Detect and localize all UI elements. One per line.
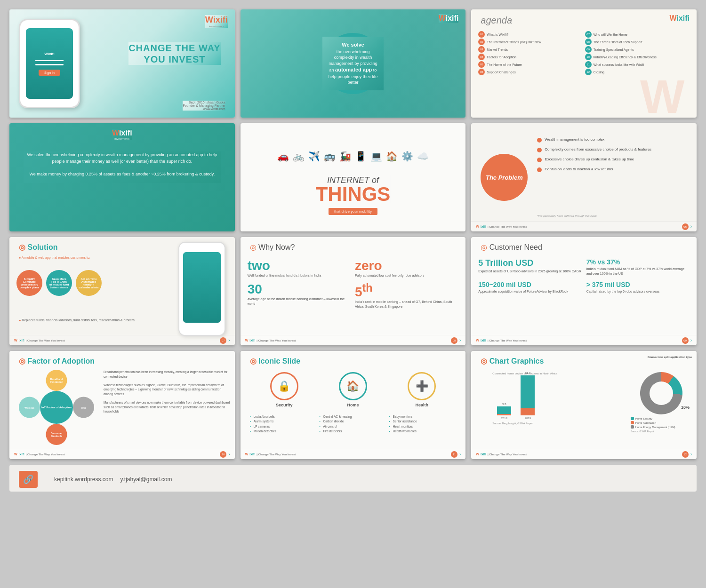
slide-4-text: We solve the overwhelming complexity in … [24, 151, 221, 183]
footer-email: y.tjahyal@gmail.com [120, 476, 172, 483]
slide-9-title: ◎ Customer Need [481, 243, 542, 252]
slide-12-bar-2013: 5.5 2013 [497, 403, 511, 420]
slide-3: Wixifi agenda 01What is Wixifi? 02The In… [471, 9, 697, 118]
slide-12-bar-teal-2 [521, 375, 535, 408]
slide-4-text2: We make money by charging 0.25% of asset… [24, 171, 221, 177]
slide-6-footnote: *We personally have suffered through thi… [537, 215, 597, 217]
slide-10: ◎ Factor of Adoption Broadband Penetrati… [9, 351, 235, 459]
slide-1-brand: Wixifi investments [205, 15, 228, 28]
slide-8-stat-1: two Well funded online mutual fund distr… [248, 258, 351, 278]
slide-11-home-label: Home [339, 403, 367, 407]
slide-1-input2 [35, 64, 64, 65]
slide-10-sat-1: Broadband Penetration [46, 370, 67, 391]
slide-12-bar-teal-1 [497, 406, 511, 414]
slide-12-legend-3: Home Energy Management (HEM) [631, 425, 692, 429]
iot-icon-train: 🚂 [339, 151, 351, 162]
slide-9-stat-3: 150~200 mil USD Approximate acquisition … [478, 281, 581, 294]
slide-1-date: Sept. 2015 Ishaan Gupta Founder & Managi… [183, 101, 225, 111]
slide-9-page-num: 09 › [682, 337, 692, 344]
slide-10-footer-brand: Wixifi | Change The Way You Invest [14, 453, 65, 456]
iot-icon-cloud: ☁️ [417, 151, 429, 162]
slide-9-stat-1: 5 Trillion USD Expected assets of US Rob… [478, 258, 581, 276]
slide-12-bar-2019: 31.7 2019 [521, 372, 535, 420]
slide-1-btn: Sign In [39, 70, 60, 76]
iot-icon-bus: 🚌 [324, 151, 336, 162]
agenda-item-7: 07Who will Win the Home [585, 31, 690, 38]
slide-11-security-icon: 🔒 [270, 372, 298, 400]
slide-3-brand: Wixifi [669, 14, 690, 23]
iot-icon-bike: 🚲 [293, 151, 305, 162]
slide-6-footer-brand: Wixifi | Change The Way You Invest [476, 225, 527, 228]
slide-12-bar-orange-2 [521, 408, 535, 415]
slide-11-footer-brand: Wixifi | Change The Way You Invest [245, 453, 296, 456]
slide-1-headline-2: YOU INVEST [128, 54, 221, 65]
slide-11-health-label: Health [408, 403, 436, 407]
slide-7-circle-2: Keep MoreFee is 1/6thof mutual fundbette… [46, 270, 72, 296]
slide-1: Wixifi investments Wixifi Sign In CHANGE… [9, 9, 235, 118]
agenda-item-11: 11What success looks like with Wixifi [585, 61, 690, 68]
slide-10-footer: Wixifi | Change The Way You Invest 10 › [9, 449, 235, 459]
slide-6-points: Wealth management is too complex Complex… [537, 137, 692, 177]
slide-7-footer: Wixifi | Change The Way You Invest 07 › [9, 335, 235, 345]
slide-6-point-1: Wealth management is too complex [537, 137, 692, 143]
slide-10-sat-2: Consumer Standards [46, 424, 67, 445]
slide-11-icons: 🔒 Security 🏠 Home ➕ Health [250, 372, 457, 407]
slide-5-things: THINGS [316, 185, 391, 203]
iot-icon-plane: ✈️ [308, 151, 320, 162]
slide-12-source: Source: Berg Insight, GSMA Report [492, 422, 572, 425]
slide-9-footer: Wixifi | Change The Way You Invest 09 › [471, 335, 697, 345]
slides-grid-4: ◎ Factor of Adoption Broadband Penetrati… [9, 351, 697, 459]
slide-7-circle-3: Act on TimeAutomatedtimely +calendar ale… [76, 270, 102, 296]
slide-10-text: Broadband penetration has been increasin… [104, 370, 230, 414]
slide-11-home-icon: 🏠 [339, 372, 367, 400]
slide-10-sat-4: Mfg [73, 397, 94, 418]
slide-2-brand: Wixifi [439, 14, 459, 23]
slide-6-page-num: 06 › [682, 223, 692, 230]
slide-10-diagram: Broadband Penetration Consumer Standards… [19, 370, 94, 445]
slide-7-page-num: 07 › [220, 337, 230, 344]
slide-12-pct-label: 10% [681, 405, 690, 410]
slide-7-bullet: ● A mobile & web app that enables custom… [19, 256, 90, 259]
slide-12-donut-wrap [640, 372, 682, 414]
slide-12-footer: Wixifi | Change The Way You Invest 12 › [471, 449, 697, 459]
slide-7-phone [178, 242, 225, 336]
slide-5: Wixifi 🚗 🚲 ✈️ 🚌 🚂 📱 💻 🏠 ⚙️ ☁️ INTERNET o… [241, 123, 466, 231]
slide-12: ◎ Chart Graphics Connection split applic… [471, 351, 697, 459]
slide-1-phone: Wixifi Sign In [19, 19, 80, 108]
slide-10-page-num: 10 › [220, 451, 230, 458]
slide-12-title: ◎ Chart Graphics [481, 357, 544, 366]
slide-8-stat-2: zero Fully automated low cost fee only r… [355, 258, 458, 278]
slide-7: ◎ Solution ● A mobile & web app that ena… [9, 237, 235, 345]
slide-8-footer-brand: Wixifi | Change The Way You Invest [245, 339, 296, 342]
agenda-right: 07Who will Win the Home 08The Three Pill… [585, 31, 690, 76]
slide-9-stat-2: 7% vs 37% India's mutual fund AUM as % o… [586, 258, 690, 276]
slide-12-donut-hole [650, 381, 673, 405]
slide-11-list-3: Baby monitors Senior assistance Heart mo… [389, 414, 456, 434]
agenda-item-8: 08The Three Pillars of Tech Support [585, 38, 690, 46]
svg-text:W: W [640, 71, 685, 118]
footer-website: kepitink.wordpress.com [54, 476, 113, 483]
slide-12-donut: 10% Home Security Home Automation Home E… [631, 372, 692, 433]
slide-11-home: 🏠 Home [339, 372, 367, 407]
slide-1-headline-1: CHANGE THE WAY [128, 42, 221, 54]
iot-icon-home: 🏠 [386, 151, 398, 162]
slide-10-title: ◎ Factor of Adoption [19, 357, 95, 366]
slide-4-brand: Wixifi investments [112, 129, 132, 140]
wshape-watermark: W [640, 71, 697, 118]
slide-4-text1: We solve the overwhelming complexity in … [24, 151, 221, 165]
slide-1-phone-logo: Wixifi [44, 52, 54, 56]
agenda-item-1: 01What is Wixifi? [478, 31, 583, 38]
slide-11-list-2: Central AC & heating Carbon dioxide Air … [320, 414, 387, 434]
slide-7-circles: SimplifyEliminateunnecessarycomplex plan… [16, 270, 102, 296]
slide-2-circle-text: We solve the overwhelming complexity in … [322, 37, 384, 90]
slide-7-phone-screen [183, 252, 221, 323]
slide-12-bars: 5.5 2013 31.7 2019 [497, 377, 572, 420]
slide-11-security: 🔒 Security [270, 372, 298, 407]
agenda-left: 01What is Wixifi? 02The Internet of Thin… [478, 31, 583, 76]
slides-grid-3: ◎ Solution ● A mobile & web app that ena… [9, 237, 697, 345]
slide-6-point-2: Complexity comes from excessive choice o… [537, 147, 692, 152]
agenda-item-5: 05The Home of the Future [478, 61, 583, 68]
slide-8-footer: Wixifi | Change The Way You Invest 08 › [241, 335, 466, 345]
slide-8-stat-3: 30 Average age of the Indian mobile bank… [248, 282, 351, 309]
iot-icon-laptop: 💻 [370, 151, 382, 162]
